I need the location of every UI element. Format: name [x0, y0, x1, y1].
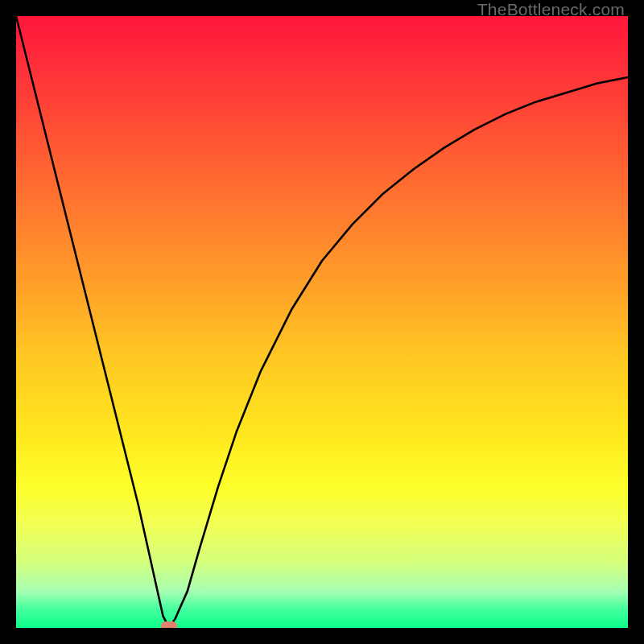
curve-path — [16, 16, 628, 628]
chart-outer-frame: TheBottleneck.com — [0, 0, 644, 644]
plot-area — [16, 16, 628, 628]
bottleneck-curve — [16, 16, 628, 628]
optimal-point-marker — [161, 621, 177, 628]
